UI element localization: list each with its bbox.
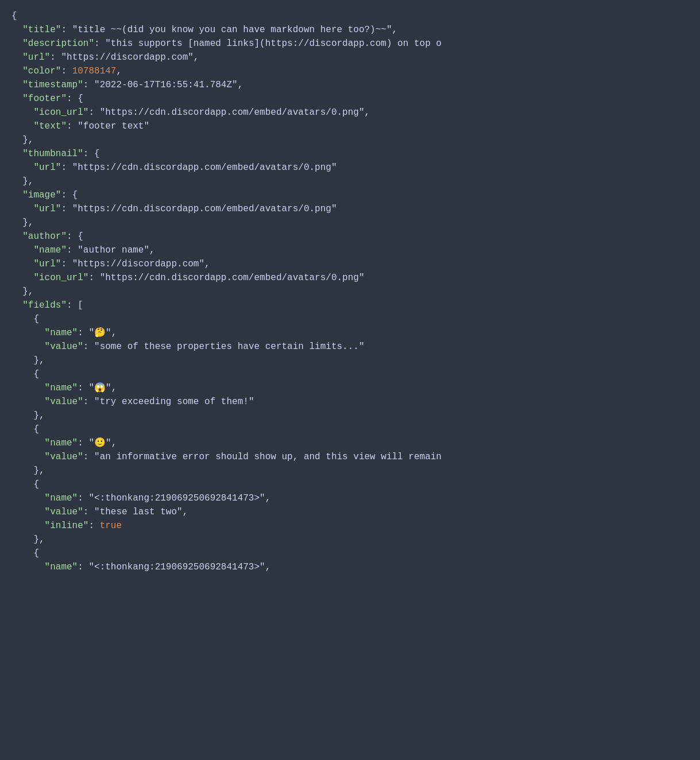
json-string: "https://cdn.discordapp.com/embed/avatar…: [72, 162, 337, 173]
json-punctuation: :: [61, 204, 72, 214]
code-line: {: [11, 9, 689, 23]
json-punctuation: },: [22, 176, 33, 187]
json-key: "thumbnail": [22, 149, 83, 159]
json-number: 10788147: [72, 66, 117, 76]
json-key: "text": [33, 121, 67, 131]
code-line: "footer": {: [11, 92, 689, 106]
code-line: "name": "😱",: [11, 381, 689, 395]
json-key: "url": [22, 52, 50, 63]
code-line: "name": "<:thonkang:219069250692841473>"…: [11, 560, 689, 574]
json-punctuation: :: [61, 259, 72, 269]
code-line: },: [11, 409, 689, 422]
json-whitespace: [11, 259, 33, 269]
json-whitespace: [11, 38, 22, 49]
code-line: "title": "title ~~(did you know you can …: [11, 23, 689, 37]
json-punctuation: ,: [111, 383, 117, 393]
json-punctuation: },: [33, 466, 44, 476]
json-string: "🙂": [88, 438, 111, 448]
code-line: "icon_url": "https://cdn.discordapp.com/…: [11, 106, 689, 119]
json-punctuation: : {: [83, 149, 100, 159]
json-punctuation: ,: [149, 245, 155, 255]
json-punctuation: :: [83, 452, 94, 462]
json-boolean: true: [100, 521, 122, 531]
json-whitespace: [11, 548, 33, 559]
json-whitespace: [11, 300, 22, 311]
json-whitespace: [11, 286, 22, 297]
json-whitespace: [11, 273, 33, 283]
code-line: },: [11, 285, 689, 298]
json-punctuation: :: [78, 383, 88, 393]
code-line: "description": "this supports [named lin…: [11, 37, 689, 51]
json-punctuation: {: [33, 369, 39, 379]
code-line: "color": 10788147,: [11, 64, 689, 78]
json-punctuation: :: [78, 328, 88, 338]
code-line: "name": "author name",: [11, 243, 689, 257]
json-punctuation: ,: [183, 507, 188, 517]
json-whitespace: [11, 466, 33, 476]
code-line: "url": "https://discordapp.com",: [11, 51, 689, 64]
json-punctuation: ,: [238, 80, 243, 90]
json-punctuation: : [: [67, 300, 83, 311]
json-whitespace: [11, 190, 22, 200]
json-punctuation: :: [88, 521, 99, 531]
json-key: "color": [22, 66, 61, 76]
code-line: "thumbnail": {: [11, 147, 689, 161]
json-whitespace: [11, 107, 33, 118]
json-punctuation: ,: [365, 107, 370, 118]
json-whitespace: [11, 231, 22, 242]
json-string: "https://discordapp.com": [72, 259, 204, 269]
json-whitespace: [11, 383, 45, 393]
code-line: },: [11, 464, 689, 478]
json-key: "value": [45, 342, 83, 352]
json-whitespace: [11, 521, 45, 531]
code-line: "url": "https://cdn.discordapp.com/embed…: [11, 161, 689, 175]
json-whitespace: [11, 452, 45, 462]
json-string: "https://cdn.discordapp.com/embed/avatar…: [100, 107, 365, 118]
json-punctuation: {: [33, 479, 39, 490]
code-line: "url": "https://discordapp.com",: [11, 257, 689, 271]
json-punctuation: :: [94, 38, 105, 49]
json-key: "name": [45, 493, 78, 503]
json-punctuation: :: [83, 342, 94, 352]
json-key: "name": [33, 245, 67, 255]
json-punctuation: : {: [67, 231, 83, 242]
json-punctuation: },: [33, 410, 44, 421]
code-line: "name": "🙂",: [11, 436, 689, 450]
json-key: "value": [45, 397, 83, 407]
code-line: "inline": true: [11, 519, 689, 533]
json-whitespace: [11, 479, 33, 490]
json-whitespace: [11, 424, 33, 435]
json-punctuation: :: [83, 80, 94, 90]
json-key: "footer": [22, 94, 67, 104]
json-whitespace: [11, 135, 22, 145]
json-key: "title": [22, 25, 61, 35]
code-line: {: [11, 546, 689, 560]
code-line: },: [11, 354, 689, 367]
code-line: "name": "🤔",: [11, 326, 689, 340]
json-punctuation: ,: [392, 25, 398, 35]
code-line: },: [11, 133, 689, 147]
json-whitespace: [11, 94, 22, 104]
json-whitespace: [11, 121, 33, 131]
json-key: "value": [45, 452, 83, 462]
code-editor: { "title": "title ~~(did you know you ca…: [11, 9, 689, 574]
json-key: "name": [45, 438, 78, 448]
code-line: },: [11, 533, 689, 546]
json-whitespace: [11, 245, 33, 255]
json-whitespace: [11, 149, 22, 159]
code-line: "text": "footer text": [11, 119, 689, 133]
json-punctuation: ,: [265, 493, 271, 503]
json-string: "title ~~(did you know you can have mark…: [72, 25, 392, 35]
json-key: "description": [22, 38, 94, 49]
json-punctuation: : {: [67, 94, 83, 104]
code-line: "fields": [: [11, 298, 689, 312]
code-line: "image": {: [11, 188, 689, 202]
json-string: "this supports [named links](https://dis…: [105, 38, 442, 49]
json-string: "https://cdn.discordapp.com/embed/avatar…: [100, 273, 365, 283]
code-line: "author": {: [11, 230, 689, 243]
code-line: "value": "try exceeding some of them!": [11, 395, 689, 409]
json-punctuation: :: [61, 66, 72, 76]
code-line: "icon_url": "https://cdn.discordapp.com/…: [11, 271, 689, 285]
json-string: "try exceeding some of them!": [94, 397, 254, 407]
json-punctuation: {: [33, 548, 39, 559]
